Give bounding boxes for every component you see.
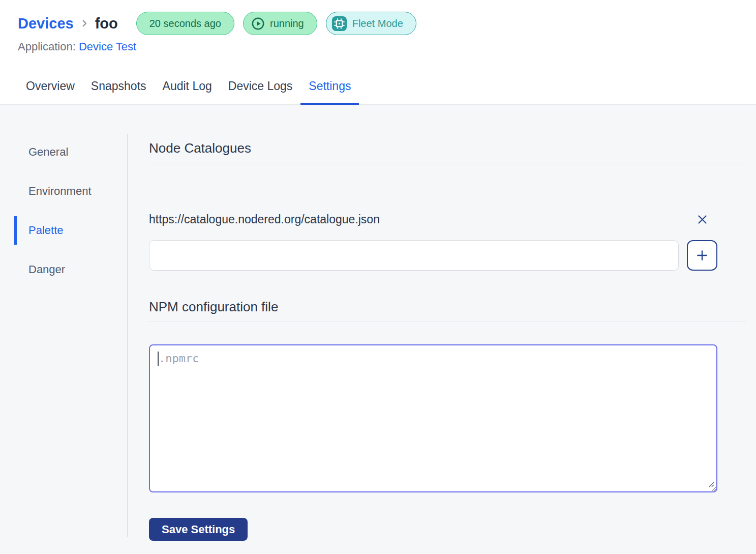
new-catalogue-row (149, 240, 717, 271)
breadcrumb-device-name: foo (95, 15, 118, 32)
npm-config-textarea[interactable] (149, 344, 717, 492)
npm-config-title: NPM configuration file (149, 299, 746, 315)
settings-content: General Environment Palette Danger Node … (0, 105, 756, 551)
status-badges: 20 seconds ago running (136, 12, 416, 35)
sidebar-item-danger[interactable]: Danger (0, 255, 127, 284)
tab-audit-log[interactable]: Audit Log (155, 72, 220, 104)
palette-settings-panel: Node Catalogues https://catalogue.nodere… (128, 105, 756, 551)
last-seen-badge-label: 20 seconds ago (149, 18, 221, 30)
settings-sidebar: General Environment Palette Danger (0, 105, 127, 551)
tab-device-logs[interactable]: Device Logs (220, 72, 301, 104)
running-status-badge: running (243, 12, 317, 35)
application-line: Application: Device Test (18, 40, 756, 53)
cpu-chip-icon (331, 16, 347, 32)
node-catalogues-body: https://catalogue.nodered.org/catalogue.… (149, 212, 717, 271)
close-icon (697, 214, 708, 225)
running-status-label: running (270, 18, 304, 30)
catalogue-entry-action (687, 212, 717, 227)
section-divider (149, 163, 746, 163)
last-seen-badge: 20 seconds ago (136, 12, 234, 35)
breadcrumb-devices-link[interactable]: Devices (18, 15, 74, 32)
page-header: Devices foo 20 seconds ago running (0, 0, 756, 53)
fleet-mode-label: Fleet Mode (352, 18, 403, 30)
application-label: Application: (18, 40, 76, 53)
breadcrumb-chevron-icon (80, 19, 89, 28)
catalogue-url-text: https://catalogue.nodered.org/catalogue.… (149, 213, 687, 226)
sidebar-item-general[interactable]: General (0, 138, 127, 166)
catalogue-entry-row: https://catalogue.nodered.org/catalogue.… (149, 212, 717, 227)
sidebar-item-environment[interactable]: Environment (0, 177, 127, 206)
remove-catalogue-button[interactable] (695, 212, 710, 227)
play-circle-icon (251, 17, 265, 31)
add-catalogue-button[interactable] (687, 240, 717, 271)
device-tabs: Overview Snapshots Audit Log Device Logs… (0, 53, 756, 105)
sidebar-item-palette[interactable]: Palette (0, 216, 127, 245)
text-cursor (158, 352, 159, 366)
node-catalogues-title: Node Catalogues (149, 140, 746, 156)
plus-icon (695, 249, 709, 262)
tab-settings[interactable]: Settings (300, 72, 359, 104)
breadcrumb: Devices foo 20 seconds ago running (18, 11, 756, 36)
section-divider (149, 322, 746, 322)
npm-config-body (149, 344, 717, 492)
fleet-mode-badge: Fleet Mode (326, 12, 416, 35)
new-catalogue-input[interactable] (149, 240, 679, 271)
application-link[interactable]: Device Test (79, 40, 136, 53)
save-settings-button[interactable]: Save Settings (149, 518, 248, 541)
tab-snapshots[interactable]: Snapshots (83, 72, 155, 104)
tab-overview[interactable]: Overview (18, 72, 83, 104)
